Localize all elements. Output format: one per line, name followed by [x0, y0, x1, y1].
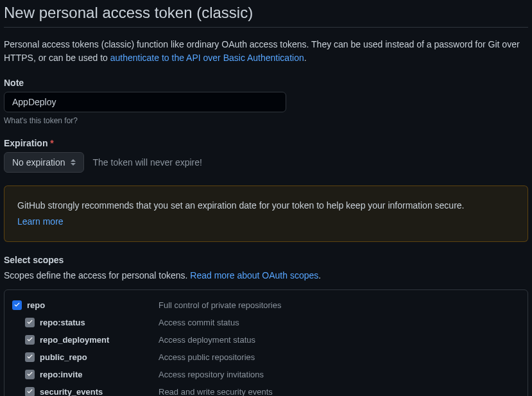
scopes-desc-period: .: [318, 270, 321, 280]
required-asterisk: *: [50, 138, 53, 148]
auth-api-link[interactable]: authenticate to the API over Basic Authe…: [110, 53, 304, 63]
checkmark-icon: [26, 336, 33, 343]
expiration-selected-value: No expiration: [12, 157, 65, 168]
scope-row-repo-status: repo:status Access commit status: [12, 314, 520, 331]
scope-name-public-repo[interactable]: public_repo: [40, 352, 159, 362]
scope-desc-repo: Full control of private repositories: [159, 300, 281, 310]
scope-checkbox-repo-deployment[interactable]: [25, 335, 35, 345]
checkmark-icon: [13, 302, 21, 309]
warning-text: GitHub strongly recommends that you set …: [17, 200, 464, 211]
scope-checkbox-repo[interactable]: [12, 300, 22, 310]
scope-desc-repo-deployment: Access deployment status: [159, 335, 255, 345]
scopes-box: repo Full control of private repositorie…: [4, 289, 528, 396]
intro-period: .: [304, 53, 307, 63]
checkmark-icon: [26, 371, 33, 378]
note-help: What's this token for?: [4, 116, 528, 125]
warning-learn-more-link[interactable]: Learn more: [17, 215, 64, 228]
expiration-select[interactable]: No expiration: [4, 152, 84, 173]
checkmark-icon: [26, 388, 33, 395]
expiration-warning: GitHub strongly recommends that you set …: [4, 185, 528, 242]
scope-name-repo-deployment[interactable]: repo_deployment: [40, 335, 159, 345]
intro-paragraph: Personal access tokens (classic) functio…: [4, 38, 528, 65]
expiration-inline-help: The token will never expire!: [93, 157, 202, 168]
scope-checkbox-public-repo[interactable]: [25, 352, 35, 362]
note-group: Note What's this token for?: [4, 78, 528, 125]
expiration-label: Expiration *: [4, 138, 528, 148]
scope-name-security-events[interactable]: security_events: [40, 387, 159, 396]
scope-desc-repo-invite: Access repository invitations: [159, 370, 264, 379]
select-scopes-header: Select scopes: [4, 255, 528, 265]
oauth-scopes-link[interactable]: Read more about OAuth scopes: [190, 270, 318, 280]
scope-name-repo-invite[interactable]: repo:invite: [40, 370, 159, 379]
scope-row-repo-deployment: repo_deployment Access deployment status: [12, 331, 520, 349]
scope-desc-public-repo: Access public repositories: [159, 352, 255, 362]
note-input[interactable]: [4, 92, 286, 112]
scope-row-security-events: security_events Read and write security …: [12, 383, 520, 396]
scope-desc-repo-status: Access commit status: [159, 318, 239, 327]
expiration-label-text: Expiration: [4, 138, 47, 148]
select-scopes-desc: Scopes define the access for personal to…: [4, 270, 528, 280]
checkmark-icon: [26, 319, 33, 326]
scope-row-repo-invite: repo:invite Access repository invitation…: [12, 366, 520, 383]
scope-checkbox-repo-status[interactable]: [25, 318, 35, 327]
select-chevron-icon: [71, 159, 76, 166]
scopes-desc-text: Scopes define the access for personal to…: [4, 270, 190, 280]
scope-row-repo: repo Full control of private repositorie…: [12, 297, 520, 314]
checkmark-icon: [26, 354, 33, 361]
note-label: Note: [4, 78, 528, 88]
scope-name-repo[interactable]: repo: [27, 300, 159, 310]
page-title: New personal access token (classic): [4, 4, 528, 28]
scope-name-repo-status[interactable]: repo:status: [40, 318, 159, 327]
scope-row-public-repo: public_repo Access public repositories: [12, 349, 520, 366]
scope-checkbox-repo-invite[interactable]: [25, 370, 35, 379]
scope-desc-security-events: Read and write security events: [159, 387, 273, 396]
scope-checkbox-security-events[interactable]: [25, 387, 35, 396]
expiration-group: Expiration * No expiration The token wil…: [4, 138, 528, 173]
